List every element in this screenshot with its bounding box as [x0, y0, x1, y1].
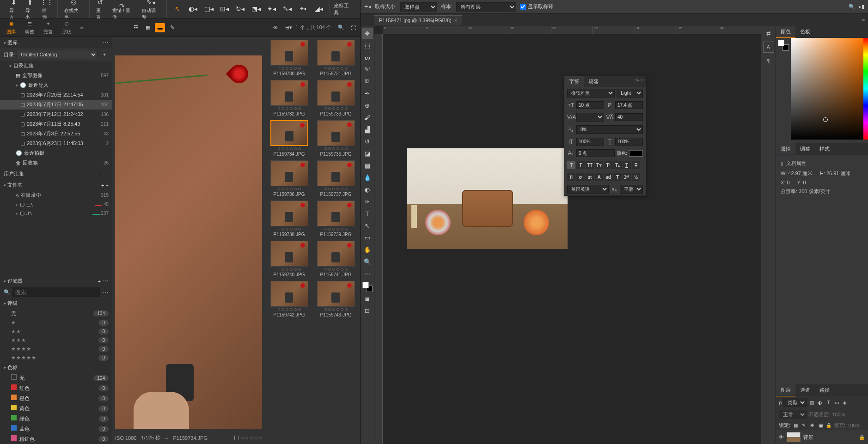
cursor-tool-8[interactable]: ✎◂ — [281, 4, 294, 15]
catalog-select[interactable]: Untitled Catalog — [17, 50, 98, 59]
search-button[interactable]: 🔍 — [336, 23, 346, 32]
reset-button[interactable]: ↺重置 — [93, 0, 108, 21]
ot-fi[interactable]: fi — [567, 173, 575, 181]
caps-button[interactable]: TT — [586, 161, 594, 169]
font-size-input[interactable] — [576, 101, 604, 109]
paths-tab[interactable]: 路径 — [815, 384, 834, 396]
document-tab[interactable]: P1159471.jpg @ 8.39%(RGB/8) × — [374, 15, 462, 25]
tab-shapes[interactable]: ⬡形状 — [57, 18, 76, 37]
eraser-tool[interactable]: ◪ — [362, 148, 373, 159]
filter-type[interactable]: T — [825, 399, 831, 406]
color-filter-row[interactable]: 红色0 — [0, 383, 112, 393]
color-filter-row[interactable]: 蓝色0 — [0, 424, 112, 434]
recent-import-row[interactable]: ▾🕘最近导入 — [0, 80, 112, 90]
thumbnail-cell[interactable]: P1159736.JPG — [268, 160, 311, 197]
rating-dots[interactable] — [234, 436, 262, 440]
color-filter-row[interactable]: 粉红色0 — [0, 434, 112, 444]
mini-para[interactable]: ¶ — [763, 55, 774, 67]
lock-pos[interactable]: ✥ — [809, 422, 815, 429]
baseline-select[interactable]: 0% — [576, 125, 643, 134]
scale-v-input[interactable] — [615, 138, 643, 146]
italic-button[interactable]: T — [576, 161, 585, 169]
visibility-toggle[interactable]: 👁 — [779, 434, 784, 440]
view-list[interactable]: ☲ — [131, 23, 141, 32]
session-row[interactable]: ▢2023年7月20日 22:14:54101 — [0, 90, 112, 100]
add-folder[interactable]: + — [101, 182, 104, 188]
lock-all[interactable]: 🔒 — [825, 422, 832, 429]
path-select-tool[interactable]: ↖ — [362, 220, 373, 231]
lock-nest[interactable]: ▣ — [817, 422, 824, 429]
ot-ad[interactable]: ad — [604, 173, 612, 181]
view-grid[interactable]: ▦ — [143, 23, 153, 32]
smallcaps-button[interactable]: Tᴛ — [595, 161, 603, 169]
font-weight-select[interactable]: Light — [617, 89, 643, 97]
auto-adjust-button[interactable]: ✎◂自动调整 — [139, 0, 163, 21]
filter-smart[interactable]: ◈ — [842, 399, 848, 406]
adjust-tab2[interactable]: 调整 — [795, 143, 815, 155]
style-tab[interactable]: 样式 — [815, 143, 834, 155]
pen-tool[interactable]: ✑ — [362, 196, 373, 207]
ot-A[interactable]: A — [595, 173, 603, 181]
marquee-tool[interactable]: ⬚ — [362, 40, 373, 51]
kerning-select[interactable] — [576, 113, 604, 122]
lock-trans[interactable]: ▦ — [792, 422, 799, 429]
rating-3[interactable]: ★★★0 — [0, 336, 112, 345]
antialias-select[interactable]: 平滑 — [620, 185, 643, 194]
hand-tool[interactable]: ✋ — [362, 244, 373, 255]
session-row[interactable]: ▢2023年7月17日 21:47:05104 — [0, 100, 112, 109]
screen-mode[interactable]: ⊡ — [362, 305, 373, 316]
cursor-tool-5[interactable]: ↻◂ — [233, 4, 247, 15]
para-tab[interactable]: 段落 — [584, 76, 603, 87]
editor-panel-toggle[interactable]: ▸▮ — [859, 4, 864, 10]
cursor-arrow-tool[interactable]: ↖ — [171, 4, 184, 15]
drive-j-row[interactable]: ▸▢J:\ 237 — [0, 209, 112, 218]
thumbnail-grid[interactable]: P1159730.JPGP1159731.JPGP1159732.JPGP115… — [265, 37, 360, 444]
dodge-tool[interactable]: ◐ — [362, 184, 373, 195]
mini-type[interactable]: A — [763, 42, 774, 53]
tabs-overflow[interactable]: ≫ : — [79, 25, 86, 30]
channels-tab[interactable]: 通道 — [795, 384, 815, 396]
blend-mode-select[interactable]: 正常 — [779, 410, 807, 419]
blur-tool[interactable]: 💧 — [362, 172, 373, 183]
session-row[interactable]: ▢2023年7月12日 21:24:02136 — [0, 109, 112, 119]
filters-header[interactable]: 过滤器 + ⋯ — [0, 275, 112, 286]
filters-menu[interactable]: ⋯ — [102, 277, 109, 285]
lock-pixel[interactable]: ✎ — [801, 422, 807, 429]
strike-button[interactable]: T — [632, 161, 640, 169]
thumbnail-cell[interactable]: P1159741.JPG — [314, 241, 357, 277]
folders-header[interactable]: 文件夹 + − — [0, 180, 112, 190]
color-fgbg[interactable] — [778, 40, 789, 51]
thumbnail-cell[interactable]: P1159730.JPG — [268, 40, 311, 76]
rating-none[interactable]: 无104 — [0, 309, 112, 318]
eyedropper-tool[interactable]: ✒ — [362, 88, 373, 99]
rating-header[interactable]: 评级 — [4, 300, 18, 307]
edit-toolbar[interactable]: ⋯ — [362, 268, 373, 279]
mini-swap[interactable]: ⇄ — [763, 28, 774, 39]
history-brush-tool[interactable]: ↺ — [362, 136, 373, 147]
layer-kind-select[interactable]: 类型 — [783, 398, 807, 407]
char-tab[interactable]: 字符 — [564, 76, 584, 87]
doc-tab-overflow[interactable]: ≫ — [858, 18, 868, 22]
ot-st[interactable]: st — [586, 173, 594, 181]
quick-mask[interactable]: ◙ — [362, 293, 373, 304]
color-filter-row[interactable]: 橙色0 — [0, 393, 112, 403]
foreground-background-colors[interactable] — [362, 282, 373, 292]
cursor-tool-10[interactable]: ◢◂ — [312, 4, 326, 15]
filter-pixel[interactable]: ▧ — [808, 399, 815, 406]
sample-target-select[interactable]: 所有图层 — [456, 2, 516, 12]
thumbnail-cell[interactable]: P1159734.JPG — [268, 120, 311, 157]
filter-shape[interactable]: ▭ — [833, 399, 840, 406]
character-panel[interactable]: 字符 段落 ≫ ≡ 微软雅黑 Light ᴛT ⵇ V/A VA⃡ — [564, 76, 646, 196]
thumbnail-cell[interactable]: P1159738.JPG — [268, 201, 311, 237]
thumbnail-cell[interactable]: P1159733.JPG — [314, 80, 357, 116]
cursor-tool-2[interactable]: ◐◂ — [186, 4, 200, 15]
tab-library[interactable]: ▣图库 — [2, 18, 20, 37]
rating-4[interactable]: ★★★★0 — [0, 345, 112, 353]
leading-input[interactable] — [615, 101, 643, 109]
thumbnail-cell[interactable]: P1159740.JPG — [268, 241, 311, 277]
tab-refine[interactable]: ✦完善 — [39, 18, 57, 37]
ot-half[interactable]: ½ — [632, 173, 640, 181]
collections-header[interactable]: 目录汇集 — [0, 61, 112, 71]
close-tab-icon[interactable]: × — [454, 18, 457, 23]
ot-T[interactable]: T — [613, 173, 622, 181]
